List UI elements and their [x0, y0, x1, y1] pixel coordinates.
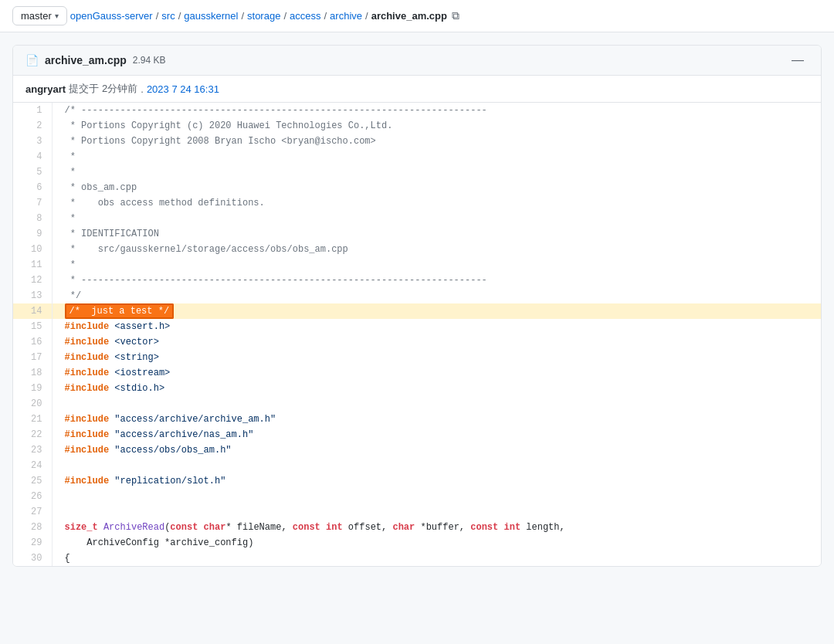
- line-number: 1: [13, 103, 52, 118]
- line-number: 4: [13, 149, 52, 164]
- line-code: *: [52, 211, 821, 226]
- line-number: 15: [13, 319, 52, 334]
- line-code: /* -------------------------------------…: [52, 103, 821, 118]
- line-code: ArchiveConfig *archive_config): [52, 535, 821, 551]
- breadcrumb-sep-1: /: [156, 10, 159, 22]
- line-code: #include <vector>: [52, 334, 821, 350]
- line-code: * src/gausskernel/storage/access/obs/obs…: [52, 242, 821, 257]
- breadcrumb-bar: master ▾ openGauss-server / src / gaussk…: [0, 0, 834, 32]
- line-code: [52, 504, 821, 520]
- line-number: 3: [13, 134, 52, 149]
- line-number: 10: [13, 242, 52, 257]
- line-code: {: [52, 551, 821, 566]
- line-number: 6: [13, 180, 52, 195]
- file-name: archive_am.cpp: [45, 54, 127, 66]
- line-number: 17: [13, 350, 52, 365]
- file-container: 📄 archive_am.cpp 2.94 KB — angryart 提交于 …: [12, 45, 822, 567]
- commit-author[interactable]: angryart: [25, 83, 66, 95]
- breadcrumb-link-gausskernel[interactable]: gausskernel: [184, 10, 238, 22]
- line-code: /* just a test */: [52, 303, 821, 319]
- line-number: 9: [13, 226, 52, 242]
- breadcrumb-link-src[interactable]: src: [161, 10, 175, 22]
- line-code: *: [52, 149, 821, 164]
- line-code: #include "replication/slot.h": [52, 473, 821, 489]
- line-number: 2: [13, 118, 52, 134]
- line-number: 20: [13, 396, 52, 412]
- line-number: 28: [13, 520, 52, 535]
- line-number: 13: [13, 288, 52, 303]
- file-header: 📄 archive_am.cpp 2.94 KB —: [13, 46, 821, 76]
- line-code: [52, 489, 821, 504]
- file-type-icon: 📄: [25, 54, 39, 66]
- breadcrumb-sep-3: /: [241, 10, 244, 22]
- commit-sep: .: [141, 83, 144, 95]
- line-code: #include <assert.h>: [52, 319, 821, 334]
- code-table: 1/* ------------------------------------…: [13, 103, 821, 566]
- line-number: 16: [13, 334, 52, 350]
- line-number: 29: [13, 535, 52, 551]
- commit-bar: angryart 提交于 2分钟前 . 2023 7 24 16:31: [13, 76, 821, 103]
- breadcrumb-link-opengauss[interactable]: openGauss-server: [70, 10, 153, 22]
- line-code: #include "access/obs/obs_am.h": [52, 442, 821, 458]
- file-header-left: 📄 archive_am.cpp 2.94 KB: [25, 54, 166, 66]
- line-number: 18: [13, 365, 52, 381]
- line-code: #include <string>: [52, 350, 821, 365]
- copy-path-icon[interactable]: ⧉: [452, 9, 459, 22]
- line-number: 26: [13, 489, 52, 504]
- line-code: #include "access/archive/archive_am.h": [52, 412, 821, 427]
- breadcrumb-sep-4: /: [283, 10, 286, 22]
- collapse-button[interactable]: —: [787, 52, 809, 69]
- line-code: size_t ArchiveRead(const char* fileName,…: [52, 520, 821, 535]
- branch-selector[interactable]: master ▾: [12, 6, 67, 25]
- breadcrumb-sep-2: /: [178, 10, 181, 22]
- line-code: #include <stdio.h>: [52, 381, 821, 396]
- breadcrumb-current-file: archive_am.cpp: [371, 10, 447, 22]
- line-code: *: [52, 164, 821, 180]
- highlighted-comment: /* just a test */: [65, 303, 175, 319]
- line-number: 21: [13, 412, 52, 427]
- line-number: 14: [13, 303, 52, 319]
- line-code: * --------------------------------------…: [52, 273, 821, 288]
- file-size: 2.94 KB: [133, 55, 166, 66]
- line-code: * obs_am.cpp: [52, 180, 821, 195]
- line-number: 27: [13, 504, 52, 520]
- line-number: 11: [13, 257, 52, 273]
- line-number: 24: [13, 458, 52, 473]
- line-code: #include <iostream>: [52, 365, 821, 381]
- line-code: #include "access/archive/nas_am.h": [52, 427, 821, 442]
- line-code: * obs access method definitions.: [52, 195, 821, 211]
- line-number: 22: [13, 427, 52, 442]
- line-number: 5: [13, 164, 52, 180]
- breadcrumb-link-storage[interactable]: storage: [247, 10, 280, 22]
- commit-date[interactable]: 2023 7 24 16:31: [147, 83, 219, 95]
- line-code: [52, 458, 821, 473]
- breadcrumb-sep-5: /: [324, 10, 327, 22]
- commit-verb: 提交于: [69, 82, 99, 96]
- commit-timeago: 2分钟前: [102, 82, 137, 96]
- line-number: 23: [13, 442, 52, 458]
- line-number: 19: [13, 381, 52, 396]
- line-number: 12: [13, 273, 52, 288]
- line-number: 25: [13, 473, 52, 489]
- line-number: 30: [13, 551, 52, 566]
- breadcrumb-sep-6: /: [365, 10, 368, 22]
- breadcrumb-link-access[interactable]: access: [290, 10, 320, 22]
- breadcrumb-link-archive[interactable]: archive: [330, 10, 362, 22]
- line-number: 7: [13, 195, 52, 211]
- line-code: * IDENTIFICATION: [52, 226, 821, 242]
- line-code: * Portions Copyright 2008 Bryan Ischo <b…: [52, 134, 821, 149]
- line-number: 8: [13, 211, 52, 226]
- code-view: 1/* ------------------------------------…: [13, 103, 821, 566]
- branch-label: master: [21, 10, 52, 22]
- line-code: *: [52, 257, 821, 273]
- line-code: * Portions Copyright (c) 2020 Huawei Tec…: [52, 118, 821, 134]
- line-code: [52, 396, 821, 412]
- branch-chevron: ▾: [55, 12, 59, 20]
- line-code: */: [52, 288, 821, 303]
